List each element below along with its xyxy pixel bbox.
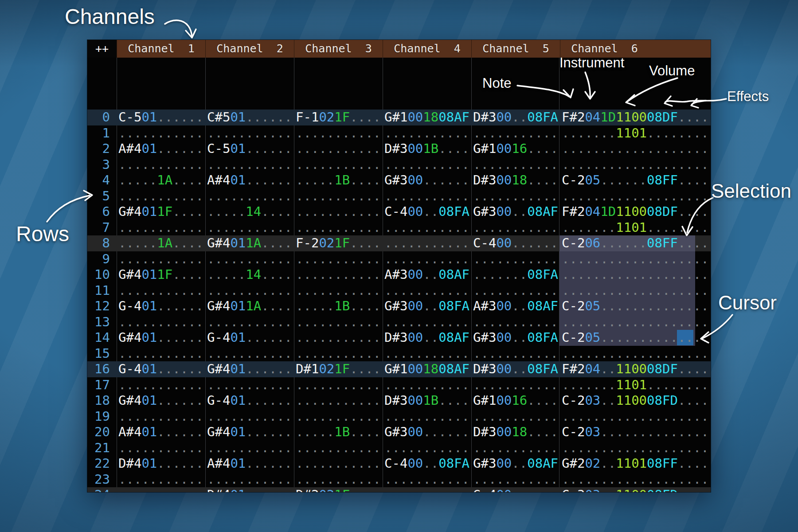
pattern-row[interactable]: 5.......................................… (87, 188, 711, 204)
channel-header-4[interactable]: Channel 4 (383, 40, 471, 58)
pattern-cell[interactable]: ........... (294, 220, 383, 236)
pattern-cell[interactable]: ........... (205, 188, 294, 204)
pattern-cell[interactable]: G#401...... (117, 393, 205, 409)
pattern-row[interactable]: 20A#401......G#401...........1B....G#300… (87, 424, 711, 440)
pattern-cell[interactable]: ........... (205, 251, 294, 267)
pattern-cell[interactable]: ........... (471, 409, 560, 425)
pattern-cell[interactable]: ........... (471, 377, 560, 393)
pattern-cell[interactable]: D#300..08AF (383, 330, 471, 346)
pattern-cell[interactable]: ........... (294, 330, 383, 346)
pattern-cell[interactable]: C-205.............. (560, 298, 711, 314)
channel-header-3[interactable]: Channel 3 (294, 40, 383, 58)
pattern-cell[interactable]: A#401...... (117, 141, 205, 157)
channel-header-1[interactable]: Channel 1 (117, 40, 205, 58)
pattern-cell[interactable]: ................... (560, 188, 711, 204)
pattern-cell[interactable]: G#4011A.... (205, 298, 294, 314)
pattern-row[interactable]: 7.......................................… (87, 220, 711, 236)
pattern-cell[interactable]: ........... (117, 440, 205, 456)
pattern-cell[interactable]: F-2021F.... (294, 235, 383, 251)
pattern-corner-button[interactable]: ++ (87, 40, 117, 58)
pattern-body[interactable]: 0C-501......C#501......F-1021F....G#1001… (87, 58, 711, 492)
pattern-row[interactable]: 23......................................… (87, 472, 711, 488)
pattern-cell[interactable]: ........... (383, 440, 471, 456)
pattern-cell[interactable]: .....1B.... (294, 298, 383, 314)
pattern-row[interactable]: 6G#4011F.........14...............C-400.… (87, 204, 711, 220)
pattern-cell[interactable]: A#300..08AF (471, 298, 560, 314)
pattern-cell[interactable]: .....1B.... (294, 424, 383, 440)
pattern-cell[interactable]: ........... (294, 393, 383, 409)
pattern-cell[interactable]: ........... (294, 456, 383, 472)
pattern-cell[interactable]: G#10016.... (471, 393, 560, 409)
pattern-cell[interactable]: G#401...... (205, 361, 294, 377)
pattern-cell[interactable]: ........... (294, 157, 383, 173)
pattern-cell[interactable]: ........... (117, 188, 205, 204)
pattern-row[interactable]: 3.......................................… (87, 157, 711, 173)
pattern-cell[interactable]: .......1101........ (560, 377, 711, 393)
pattern-cell[interactable]: G#4011F.... (117, 204, 205, 220)
pattern-cell[interactable]: ........... (205, 346, 294, 362)
pattern-cell[interactable]: ........... (117, 314, 205, 330)
pattern-cell[interactable]: G#300..08FA (383, 298, 471, 314)
pattern-cell[interactable]: ........... (294, 204, 383, 220)
pattern-cell[interactable]: ........... (294, 251, 383, 267)
pattern-cell[interactable]: ........... (383, 283, 471, 299)
pattern-cell[interactable]: ........... (471, 251, 560, 267)
pattern-cell[interactable]: ........... (294, 283, 383, 299)
pattern-cell[interactable]: ........... (205, 157, 294, 173)
pattern-cell[interactable]: ........... (471, 125, 560, 141)
pattern-cell[interactable]: ........... (471, 157, 560, 173)
pattern-cell[interactable]: ........... (294, 314, 383, 330)
pattern-cell[interactable]: .......08FA (471, 267, 560, 283)
pattern-row[interactable]: 9.......................................… (87, 251, 711, 267)
pattern-cell[interactable]: .....14.... (205, 204, 294, 220)
channel-header-5[interactable]: Channel 5 (471, 40, 560, 58)
pattern-row[interactable]: 11......................................… (87, 283, 711, 299)
pattern-cell[interactable]: C-400..08FA (383, 204, 471, 220)
pattern-cell[interactable]: G-401...... (205, 393, 294, 409)
pattern-cell[interactable]: ........... (383, 157, 471, 173)
pattern-cell[interactable]: ........... (294, 409, 383, 425)
pattern-cell[interactable]: C-400..08FA (383, 456, 471, 472)
pattern-cell[interactable]: F#2041D110008DF.... (560, 204, 711, 220)
pattern-cell[interactable]: ........... (117, 346, 205, 362)
pattern-row[interactable]: 12G-401......G#4011A.........1B....G#300… (87, 298, 711, 314)
pattern-cell[interactable]: .....14.... (205, 267, 294, 283)
pattern-cell[interactable]: C#501...... (205, 110, 294, 125)
pattern-cell[interactable]: G#4011F.... (117, 267, 205, 283)
pattern-row[interactable]: 13......................................… (87, 314, 711, 330)
pattern-cell[interactable]: G-401...... (205, 330, 294, 346)
pattern-cell[interactable]: ........... (117, 125, 205, 141)
pattern-row[interactable]: 17......................................… (87, 377, 711, 393)
pattern-cell[interactable]: ........... (117, 157, 205, 173)
pattern-row[interactable]: 4.....1A....A#401...........1B....G#300.… (87, 172, 711, 188)
pattern-cell[interactable]: D#300..08FA (471, 110, 560, 125)
pattern-cell[interactable]: ................... (560, 409, 711, 425)
pattern-row[interactable]: 10G#4011F.........14...............A#300… (87, 267, 711, 283)
pattern-cell[interactable]: ........... (205, 125, 294, 141)
pattern-cell[interactable]: ................... (560, 267, 711, 283)
pattern-cell[interactable]: ................... (560, 251, 711, 267)
pattern-cell[interactable]: F#204..110008DF.... (560, 361, 711, 377)
pattern-cell[interactable]: .......1101........ (560, 125, 711, 141)
pattern-cell[interactable]: ........... (383, 346, 471, 362)
pattern-cell[interactable]: ........... (383, 188, 471, 204)
pattern-cell[interactable]: A#401...... (117, 424, 205, 440)
pattern-row[interactable]: 16G-401......G#401......D#1021F....G#100… (87, 361, 711, 377)
pattern-row[interactable]: 8.....1A....G#4011A....F-2021F..........… (87, 235, 711, 251)
pattern-cell[interactable]: G#300..08FA (471, 330, 560, 346)
pattern-cell[interactable]: ................... (560, 472, 711, 488)
pattern-cell[interactable]: A#401...... (205, 456, 294, 472)
pattern-cell[interactable]: .......1101........ (560, 220, 711, 236)
pattern-cell[interactable]: ........... (117, 409, 205, 425)
pattern-cell[interactable]: ........... (294, 267, 383, 283)
pattern-cell[interactable]: ........... (471, 472, 560, 488)
pattern-cell[interactable]: ........... (383, 235, 471, 251)
pattern-cell[interactable]: ........... (383, 487, 471, 492)
pattern-cell[interactable]: ................... (560, 314, 711, 330)
pattern-cell[interactable]: ........... (294, 125, 383, 141)
pattern-cell[interactable]: ........... (294, 141, 383, 157)
pattern-cell[interactable]: D#401...... (205, 487, 294, 492)
pattern-cell[interactable]: ........... (294, 346, 383, 362)
pattern-cell[interactable]: ........... (471, 314, 560, 330)
pattern-cell[interactable]: ................... (560, 440, 711, 456)
